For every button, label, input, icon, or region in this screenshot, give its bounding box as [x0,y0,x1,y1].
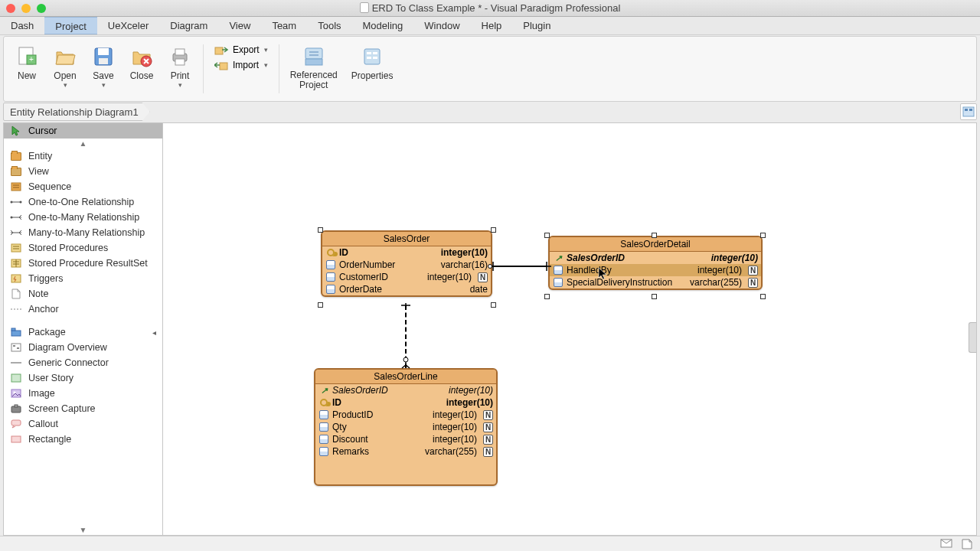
column-icon [318,409,329,420]
window-title: ERD To Class Example * - Visual Paradigm… [0,2,980,14]
palette-entity[interactable]: Entity [4,148,162,164]
svg-rect-15 [367,52,371,54]
referenced-project-button[interactable]: ReferencedProject [284,40,344,92]
palette-image[interactable]: Image [4,386,162,401]
nullable-badge: N [748,266,758,276]
new-button[interactable]: +New [8,40,45,83]
svg-rect-11 [220,63,227,70]
menu-tools[interactable]: Tools [307,17,351,34]
palette-cursor[interactable]: Cursor [4,123,162,139]
menu-team[interactable]: Team [261,17,307,34]
menu-dash[interactable]: Dash [0,17,44,34]
palette-collapse-up[interactable]: ▲ [4,139,162,148]
palette-view[interactable]: View [4,164,162,179]
svg-rect-32 [13,345,15,347]
palette-rectangle[interactable]: Rectangle [4,432,162,447]
menu-window[interactable]: Window [413,17,470,34]
svg-rect-20 [965,109,968,111]
relationship-line[interactable] [492,266,547,267]
key-icon [325,247,336,258]
menu-view[interactable]: View [218,17,261,34]
entity-header: SalesOrder [322,232,491,246]
status-bar [0,536,980,551]
print-button[interactable]: Print▾ [162,40,198,90]
svg-rect-4 [98,48,109,55]
menu-uexceler[interactable]: UeXceler [97,17,159,34]
palette-sequence[interactable]: Sequence [4,179,162,194]
note-icon[interactable] [962,539,974,549]
menu-help[interactable]: Help [471,17,513,34]
menu-bar: Dash Project UeXceler Diagram View Team … [0,17,980,35]
palette-package[interactable]: Package◂ [4,324,162,340]
title-bar: ERD To Class Example * - Visual Paradigm… [0,0,980,17]
svg-rect-8 [175,49,185,55]
entity-salesorderline[interactable]: SalesOrderLine SalesOrderIDinteger(10) I… [314,368,498,486]
palette-stored-procedure-resultset[interactable]: Stored Procedure ResultSet [4,256,162,271]
svg-rect-33 [17,347,19,349]
foreign-key-icon [553,253,564,263]
svg-rect-12 [305,48,322,59]
svg-rect-30 [11,328,15,331]
entity-header: SalesOrderDetail [550,237,761,252]
nullable-badge: N [483,435,493,445]
menu-modeling[interactable]: Modeling [352,17,414,34]
import-button[interactable]: Import▾ [211,58,271,72]
palette-triggers[interactable]: Triggers [4,271,162,286]
palette-note[interactable]: Note [4,286,162,302]
palette-many-to-many[interactable]: Many-to-Many Relationship [4,225,162,240]
diagram-canvas[interactable]: SalesOrder IDinteger(10) OrderNumbervarc… [162,122,977,536]
svg-point-41 [488,265,492,269]
menu-project[interactable]: Project [44,17,96,34]
key-icon [318,397,329,408]
save-button[interactable]: Save▾ [85,40,122,90]
right-panel-handle[interactable] [969,322,976,353]
svg-rect-9 [175,59,185,65]
svg-rect-39 [11,420,21,425]
palette-generic-connector[interactable]: Generic Connector [4,355,162,370]
svg-point-42 [403,357,408,362]
palette-stored-procedures[interactable]: Stored Procedures [4,240,162,256]
entity-salesorderdetail[interactable]: SalesOrderDetail SalesOrderIDinteger(10)… [548,236,763,290]
diagram-switcher-button[interactable] [960,103,977,120]
palette-scroll-down[interactable]: ▼ [4,525,162,535]
svg-rect-19 [963,107,974,116]
entity-salesorder[interactable]: SalesOrder IDinteger(10) OrderNumbervarc… [321,230,492,297]
nullable-badge: N [748,278,758,288]
column-icon [325,259,336,270]
menu-diagram[interactable]: Diagram [159,17,218,34]
document-icon [360,2,369,13]
svg-rect-40 [11,436,21,442]
column-icon [318,422,329,432]
entity-header: SalesOrderLine [315,370,496,384]
open-button[interactable]: Open▾ [47,40,83,90]
svg-rect-18 [373,57,377,59]
svg-rect-16 [373,52,377,54]
svg-rect-31 [11,344,21,351]
properties-button[interactable]: Properties [345,40,400,83]
svg-rect-34 [11,374,21,382]
palette-one-to-many[interactable]: One-to-Many Relationship [4,210,162,225]
svg-text:+: + [29,55,34,64]
palette-user-story[interactable]: User Story [4,370,162,386]
message-icon[interactable] [940,539,952,549]
svg-point-24 [20,201,22,204]
palette-screen-capture[interactable]: Screen Capture [4,401,162,416]
export-button[interactable]: Export▾ [211,43,271,57]
palette-one-to-one[interactable]: One-to-One Relationship [4,194,162,210]
svg-rect-28 [11,275,21,282]
menu-plugin[interactable]: Plugin [512,17,561,34]
svg-rect-10 [215,47,223,54]
shape-palette: Cursor ▲ Entity View Sequence One-to-One… [3,122,162,536]
column-icon [318,446,329,457]
breadcrumb[interactable]: Entity Relationship Diagram1 [3,103,150,121]
svg-rect-22 [11,183,21,191]
foreign-key-icon [318,385,329,396]
palette-diagram-overview[interactable]: Diagram Overview [4,340,162,355]
palette-anchor[interactable]: Anchor [4,302,162,317]
palette-callout[interactable]: Callout [4,416,162,432]
svg-rect-38 [15,405,18,407]
column-icon [318,434,329,445]
svg-rect-13 [305,59,322,65]
close-button[interactable]: Close [123,40,160,83]
nullable-badge: N [483,422,493,432]
